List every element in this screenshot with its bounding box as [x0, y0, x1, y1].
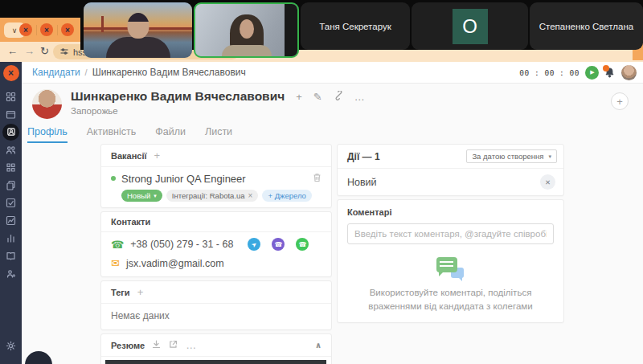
contacts-card: Контакти ☎ +38 (050) 279 - 31 - 68 ➤ ☎ ☎… — [100, 211, 332, 277]
notifications-bell-icon[interactable] — [604, 67, 616, 79]
resume-more-icon[interactable]: … — [186, 339, 196, 351]
trash-icon[interactable] — [313, 171, 322, 186]
pdf-toolbar: ☰ 1 / 2 − + — [105, 360, 326, 364]
comments-empty-text: Використовуйте коментарі, поділіться вра… — [347, 286, 554, 313]
tab-profile[interactable]: Профіль — [27, 126, 68, 143]
sidebar-vacancies-icon[interactable] — [0, 158, 22, 176]
action-item-label: Новий — [347, 177, 377, 188]
add-vacancy-icon[interactable]: + — [154, 149, 161, 162]
integration-label: Інтеграції: Rabota.ua — [172, 191, 245, 200]
integration-tag[interactable]: Інтеграції: Rabota.ua × — [166, 190, 259, 202]
sidebar-analytics-icon[interactable] — [0, 211, 22, 229]
tags-title: Теги — [111, 288, 130, 297]
sidebar-tasks-icon[interactable] — [0, 194, 22, 211]
sidebar-candidates-icon[interactable] — [0, 123, 22, 141]
comments-empty-line-2: враженнями від кандидата з колегами — [347, 300, 554, 313]
viber-icon[interactable]: ☎ — [272, 238, 285, 251]
vacancies-card: Вакансії + Strong Junior QA Engineer — [100, 144, 332, 208]
add-icon[interactable]: + — [296, 91, 302, 103]
download-resume-icon[interactable] — [152, 340, 161, 350]
notification-badge — [603, 65, 609, 72]
candidate-page: Шинкаренко Вадим Вячеславович + ✎ … Запо… — [22, 84, 643, 364]
tune-icon[interactable] — [60, 47, 68, 57]
sidebar-calendar-icon[interactable] — [0, 105, 22, 123]
sidebar-funnel-stats-icon[interactable] — [0, 229, 22, 247]
sort-label: За датою створення — [472, 152, 543, 161]
browser-tab-favicon[interactable]: × — [61, 23, 74, 36]
collapse-resume-icon[interactable]: ∧ — [315, 341, 322, 350]
remove-tag-icon[interactable]: × — [248, 191, 253, 200]
browser-tab-favicon[interactable]: × — [19, 23, 32, 36]
sidebar-documents-icon[interactable] — [0, 176, 22, 194]
add-source-badge[interactable]: + Джерело — [262, 190, 311, 202]
video-tile-participant-3[interactable]: Таня Секретарук — [301, 2, 410, 50]
actions-sort-dropdown[interactable]: За датою створення ▾ — [466, 149, 557, 163]
video-tile-participant-5[interactable]: Степаненко Светлана — [530, 2, 643, 50]
actions-title: Дії — 1 — [347, 151, 380, 162]
add-tag-icon[interactable]: + — [137, 286, 144, 298]
participant-silhouette — [127, 13, 149, 39]
sidebar-knowledge-base-icon[interactable] — [0, 247, 22, 264]
video-tile-participant-1[interactable] — [84, 2, 192, 58]
comments-empty-line-1: Використовуйте коментарі, поділіться — [347, 286, 554, 300]
user-avatar[interactable] — [621, 65, 637, 80]
action-item[interactable]: Новий ✕ — [338, 169, 563, 195]
link-icon[interactable] — [334, 91, 343, 103]
candidate-name: Шинкаренко Вадим Вячеславович — [71, 89, 285, 104]
open-external-icon[interactable] — [169, 340, 178, 350]
whatsapp-icon[interactable]: ☎ — [296, 238, 309, 251]
video-tile-participant-4[interactable]: O — [412, 2, 528, 50]
pdf-viewer: ☰ 1 / 2 − + — [105, 360, 326, 364]
app-top-bar: Кандидати / Шинкаренко Вадим Вячеславови… — [22, 62, 643, 84]
candidate-location: Запорожье — [71, 106, 365, 116]
chevron-down-icon: ▾ — [154, 193, 157, 199]
forward-icon[interactable]: → — [24, 45, 35, 57]
sidebar-add-candidate-icon[interactable] — [0, 264, 22, 282]
comment-input[interactable] — [347, 223, 554, 244]
email-address[interactable]: jsx.vadim@gmail.com — [126, 258, 224, 269]
participant-silhouette — [222, 45, 272, 56]
tab-divider — [36, 25, 37, 35]
action-collapse-button[interactable]: ✕ — [540, 174, 555, 190]
browser-tab-favicon[interactable]: × — [40, 23, 53, 36]
participant-name: Степаненко Светлана — [530, 22, 643, 31]
phone-number[interactable]: +38 (050) 279 - 31 - 68 — [130, 239, 233, 250]
vacancy-status-dot — [111, 176, 116, 181]
participant-silhouette — [106, 37, 170, 58]
telegram-icon[interactable]: ➤ — [248, 238, 260, 251]
reload-icon[interactable]: ↻ — [40, 45, 49, 57]
vacancies-title: Вакансії — [111, 151, 147, 161]
tab-letters[interactable]: Листи — [205, 126, 232, 143]
chat-bubble-green — [436, 257, 457, 272]
back-icon[interactable]: ← — [7, 45, 18, 57]
app-logo[interactable]: × — [3, 65, 19, 81]
actions-card: Дії — 1 За датою створення ▾ Новий ✕ — [337, 144, 564, 196]
video-tile-participant-2-active-speaker[interactable] — [194, 2, 299, 58]
timer-play-button[interactable]: ▶ — [585, 66, 599, 80]
participant-silhouette — [240, 19, 254, 39]
vacancy-title[interactable]: Strong Junior QA Engineer — [121, 173, 246, 185]
email-icon: ✉ — [111, 257, 120, 269]
vacancy-item[interactable]: Strong Junior QA Engineer Новый ▾ — [101, 167, 331, 207]
vacancy-stage-badge[interactable]: Новый ▾ — [121, 190, 162, 202]
more-icon[interactable]: … — [354, 91, 365, 103]
breadcrumb-candidates-link[interactable]: Кандидати — [32, 67, 80, 78]
sidebar-settings-gear-icon[interactable] — [0, 337, 22, 354]
resume-title: Резюме — [111, 341, 145, 350]
chevron-down-icon: ▾ — [548, 153, 551, 160]
resume-card: Резюме … ∧ — [100, 333, 332, 364]
candidate-avatar[interactable] — [32, 89, 62, 119]
breadcrumb-separator: / — [85, 67, 88, 77]
edit-icon[interactable]: ✎ — [313, 91, 322, 103]
tab-files[interactable]: Файли — [155, 126, 186, 143]
tags-card: Теги + Немає даних — [100, 280, 332, 330]
sidebar-contacts-icon[interactable] — [0, 141, 22, 158]
tags-empty-text: Немає даних — [101, 304, 331, 329]
comments-card: Коментарі Використовуйте коментарі, поді… — [337, 199, 564, 323]
app-sidebar: × — [0, 62, 22, 364]
sidebar-dashboard-icon[interactable] — [0, 88, 22, 105]
phone-icon: ☎ — [111, 239, 124, 251]
tab-activity[interactable]: Активність — [87, 126, 136, 143]
stage-label: Новый — [127, 191, 150, 200]
add-action-button[interactable]: + — [611, 92, 629, 110]
